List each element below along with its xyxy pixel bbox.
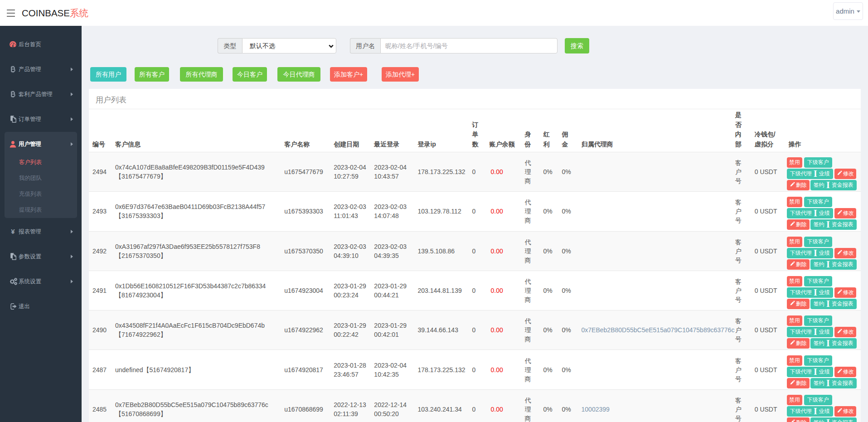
svg-text:¥: ¥ [11, 228, 15, 236]
